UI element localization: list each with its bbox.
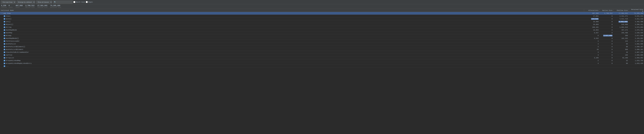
row-shallow-cell: 144 <box>613 40 629 42</box>
table-row[interactable]: ▼app heap407,5682,708,51217,501,64174,26… <box>0 12 644 15</box>
shallow-size-label: Shallow Size <box>37 7 47 8</box>
row-name-cell: CPathClassLoader <box>0 40 584 42</box>
match-case-checkbox[interactable] <box>74 1 75 3</box>
row-name-cell: CDexPathList <box>0 43 584 45</box>
row-retained-cell: 4,482,408 <box>629 21 644 22</box>
table-row[interactable]: Cint[]26,99804,482,4084,482,408 <box>0 20 644 23</box>
table-row[interactable]: CClassPathURLStreamHandler30482,087,156 <box>0 51 644 54</box>
regex-label[interactable]: Regex <box>86 1 93 3</box>
row-native-cell: 0 <box>600 40 613 42</box>
table-body: ▼app heap407,5682,708,51217,501,64174,26… <box>0 12 644 134</box>
expand-icon[interactable]: ▼ <box>2 13 3 14</box>
row-retained-cell: 2,092,596 <box>629 43 644 45</box>
row-name-text: String <box>6 26 12 28</box>
class-icon: C <box>4 18 5 20</box>
row-name-cell: CGroupedLinkedMap <box>0 60 584 61</box>
row-alloc-cell: 3 <box>584 54 600 56</box>
class-icon: C <box>4 35 5 36</box>
col-header-native-size[interactable]: Native Size <box>600 9 613 12</box>
col-header-shallow-size[interactable]: Shallow Size <box>613 9 629 12</box>
row-shallow-cell: 96 <box>613 43 629 45</box>
table-row[interactable]: CClass17,60102,311,4715,031,214 <box>0 15 644 17</box>
row-name-cell: CClass <box>0 15 584 17</box>
row-native-cell: 0 <box>600 37 613 39</box>
row-shallow-cell: 186 <box>613 54 629 56</box>
row-name-text: DexPathList$Element[] <box>6 46 25 48</box>
table-row[interactable]: CDexPathList$Element2005002,090,101 <box>0 48 644 51</box>
row-shallow-cell: 80 <box>613 46 629 48</box>
match-case-label[interactable]: Match Case <box>74 1 85 3</box>
table-row[interactable]: CBitmap82,617,4803682,617,848 <box>0 34 644 37</box>
row-native-cell: 0 <box>600 29 613 31</box>
col-header-name[interactable]: Callstack Name <box>0 9 584 12</box>
toolbar: View app heap Arrange by callstack Show … <box>0 0 644 4</box>
table-row[interactable]: Cbyte[]114,31004,911,4104,911,410 <box>0 17 644 20</box>
count-stat: 407,568 Count <box>16 5 22 8</box>
table-row[interactable]: CHashMap$Node19,0530457,2722,876,152 <box>0 29 644 31</box>
table-row[interactable]: CJarFile301862,086,809 <box>0 54 644 56</box>
table-row[interactable]: CHashMap6,6370265,4802,630,596 <box>0 31 644 34</box>
classes-value: 4,230 <box>1 5 7 7</box>
regex-checkbox[interactable] <box>86 1 88 3</box>
table-row[interactable]: CHashMap$Node[]6,5320182,3522,426,802 <box>0 37 644 40</box>
row-name-text: app heap <box>3 12 11 14</box>
row-native-cell: 0 <box>600 46 613 48</box>
table-row[interactable]: CGroupedLinkedMap20321,833,756 <box>0 59 644 62</box>
table-row[interactable]: CObject[]18,8690645,0083,596,411 <box>0 23 644 26</box>
row-name-cell: CHashMap <box>0 32 584 34</box>
row-name-text: GroupedLinkedMap <box>6 60 20 61</box>
row-retained-cell: 2,876,152 <box>629 29 644 31</box>
table-row[interactable]: CPathClassLoader301442,167,429 <box>0 40 644 42</box>
class-icon: C <box>4 51 5 53</box>
table-row[interactable]: CArrayList3,105062,1002,059,802 <box>0 56 644 59</box>
class-icon: C <box>4 40 5 42</box>
class-icon: C <box>4 57 5 59</box>
arrange-select[interactable]: Arrange by callstack <box>16 0 35 3</box>
row-alloc-cell: 3 <box>584 40 600 42</box>
row-alloc-cell: 100,101 <box>584 26 600 28</box>
row-shallow-cell: 1,601,616 <box>613 26 629 28</box>
row-shallow-cell: 17,501,641 <box>613 12 629 14</box>
view-heap-select[interactable]: View app heap <box>1 0 16 3</box>
row-native-cell: 0 <box>600 24 613 25</box>
row-retained-cell: 5,031,214 <box>629 15 644 17</box>
table-header: Callstack Name Allocations Native Size S… <box>0 9 644 12</box>
table-row[interactable]: CGroupedLinkedMap$LinkedEntry40961,833,4… <box>0 62 644 65</box>
classes-stat: 4,230 Classes <box>1 5 7 8</box>
row-native-cell: 2,617,480 <box>600 35 613 36</box>
row-alloc-cell: 3 <box>584 51 600 53</box>
row-retained-cell: 2,167,429 <box>629 40 644 42</box>
filter-select[interactable]: Show all classes <box>36 0 52 3</box>
row-shallow-cell: 48 <box>613 51 629 53</box>
table-row[interactable]: CDexPathList30962,092,596 <box>0 42 644 45</box>
class-icon: C <box>4 32 5 34</box>
row-alloc-cell: 3 <box>584 43 600 45</box>
table-row[interactable]: C... <box>0 65 644 68</box>
row-name-text: Object[] <box>6 24 13 25</box>
leaks-value: 0 <box>9 5 13 7</box>
row-native-cell: 0 <box>600 15 613 17</box>
col-header-retained-size[interactable]: Retained Size ▼ <box>629 9 644 12</box>
row-retained-cell: 3,596,411 <box>629 24 644 25</box>
row-name-text: ClassPathURLStreamHandler <box>6 51 29 53</box>
row-native-cell: 0 <box>600 63 613 64</box>
class-icon: C <box>4 37 5 39</box>
classes-label: Classes <box>1 7 7 8</box>
col-header-allocations[interactable]: Allocations <box>584 9 600 12</box>
search-input[interactable] <box>53 0 72 3</box>
native-size-stat: 2,708,512 Native Size <box>25 5 34 8</box>
row-native-cell: 0 <box>600 32 613 34</box>
row-retained-cell: 2,617,848 <box>629 35 644 36</box>
row-shallow-cell: 4,911,410 <box>613 18 629 20</box>
row-name-cell: CJarFile <box>0 54 584 56</box>
leaks-label: Leaks <box>9 7 13 8</box>
row-name-cell: CString <box>0 26 584 28</box>
row-alloc-cell: 3 <box>584 46 600 48</box>
row-native-cell: 0 <box>600 21 613 22</box>
table-row[interactable]: CDexPathList$Element[]30802,090,187 <box>0 45 644 48</box>
table-row[interactable]: CString100,10101,601,6163,076,653 <box>0 26 644 29</box>
class-icon: C <box>4 65 5 67</box>
row-alloc-cell: 6,532 <box>584 37 600 39</box>
row-shallow-cell: 32 <box>613 60 629 61</box>
row-name-text: PathClassLoader <box>6 40 20 42</box>
